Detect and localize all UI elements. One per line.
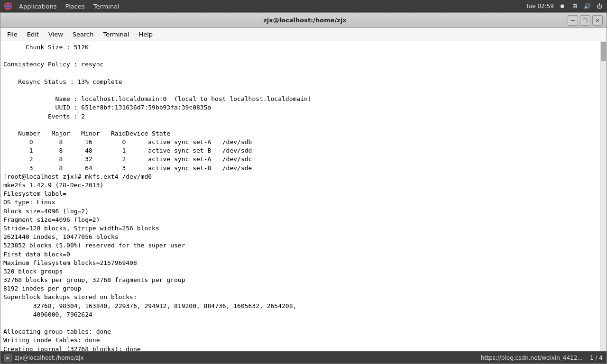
- status-url: https://blog.csdn.net/weixin_4412...: [481, 355, 583, 361]
- menu-file[interactable]: File: [2, 29, 22, 39]
- terminal-output[interactable]: Chunk Size : 512K Consistency Policy : r…: [0, 41, 600, 351]
- terminal-taskbar-icon[interactable]: ▶: [4, 354, 12, 362]
- menu-search[interactable]: Search: [68, 29, 99, 39]
- close-button[interactable]: ×: [592, 15, 603, 26]
- places-menu[interactable]: Places: [61, 2, 88, 11]
- svg-point-2: [7, 5, 9, 7]
- applications-menu[interactable]: Applications: [15, 2, 60, 11]
- maximize-button[interactable]: □: [580, 15, 590, 26]
- menu-help[interactable]: Help: [134, 29, 157, 39]
- content-area: Chunk Size : 512K Consistency Policy : r…: [0, 41, 607, 351]
- datetime-label: Tue 02:59: [526, 3, 554, 9]
- system-bar: Applications Places Terminal Tue 02:59 ⏺…: [0, 0, 607, 12]
- title-bar: zjx@localhost:/home/zjx − □ ×: [0, 13, 607, 28]
- status-bar: ▶ zjx@localhost:/home/zjx https://blog.c…: [0, 351, 607, 364]
- network-icon: ⊞: [571, 2, 579, 10]
- os-logo: [4, 2, 12, 10]
- volume-icon[interactable]: 🔊: [583, 2, 591, 10]
- minimize-button[interactable]: −: [568, 15, 578, 26]
- status-right: https://blog.csdn.net/weixin_4412... 1 /…: [481, 355, 603, 361]
- status-left: ▶ zjx@localhost:/home/zjx: [4, 354, 83, 362]
- menu-edit[interactable]: Edit: [22, 29, 44, 39]
- menu-terminal[interactable]: Terminal: [98, 29, 134, 39]
- menu-bar: File Edit View Search Terminal Help: [0, 28, 607, 41]
- menu-view[interactable]: View: [44, 29, 68, 39]
- system-bar-right: Tue 02:59 ⏺ ⊞ 🔊 ⏻: [526, 2, 603, 10]
- status-page-info: 1 / 4: [590, 355, 603, 361]
- power-icon[interactable]: ⏻: [596, 2, 603, 10]
- terminal-window: zjx@localhost:/home/zjx − □ × File Edit …: [0, 12, 607, 364]
- terminal-menu[interactable]: Terminal: [90, 2, 123, 11]
- status-terminal-label: zjx@localhost:/home/zjx: [15, 355, 83, 361]
- record-icon: ⏺: [559, 2, 566, 10]
- window-controls: − □ ×: [568, 15, 603, 26]
- system-bar-left: Applications Places Terminal: [4, 2, 123, 11]
- scrollbar[interactable]: [600, 41, 607, 351]
- window-title: zjx@localhost:/home/zjx: [42, 17, 568, 24]
- scrollbar-thumb[interactable]: [601, 42, 606, 61]
